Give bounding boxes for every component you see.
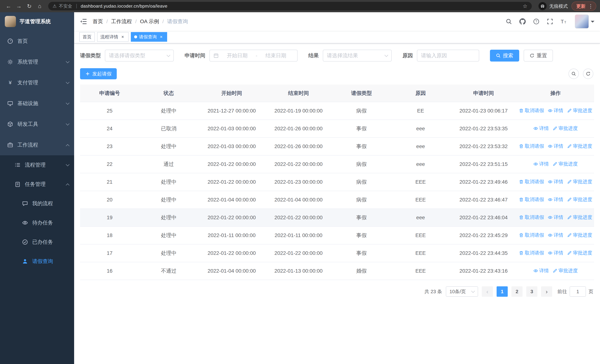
tab-process-detail[interactable]: 流程详情 × xyxy=(97,32,129,42)
edit-icon xyxy=(567,144,572,149)
reload-icon[interactable]: ↻ xyxy=(24,1,34,11)
eye-icon xyxy=(533,162,538,167)
breadcrumb-item-home[interactable]: 首页 xyxy=(93,18,103,25)
reason-input-box[interactable] xyxy=(417,50,479,62)
breadcrumb-item-workflow[interactable]: 工作流程 xyxy=(111,18,132,25)
url-bar[interactable]: ⚠ 不安全 dashboard.yudao.iocoder.cn/bpm/oa/… xyxy=(48,2,532,10)
cell-end-time: 2022-01-26 00:00:00 xyxy=(265,138,332,155)
browser-update-button[interactable]: 更新 ⋮ xyxy=(572,1,596,11)
create-leave-button[interactable]: 发起请假 xyxy=(80,68,117,79)
sidebar-item-dev-tools[interactable]: 研发工具 xyxy=(0,114,74,135)
trash-icon xyxy=(519,144,524,149)
detail-link[interactable]: 详情 xyxy=(533,125,549,131)
breadcrumb-item-oa-example[interactable]: OA 示例 xyxy=(140,18,159,25)
cell-end-time: 2022-01-13 00:00:00 xyxy=(265,262,332,280)
approval-progress-link[interactable]: 审批进度 xyxy=(567,143,592,149)
cancel-leave-link[interactable]: 取消请假 xyxy=(519,214,544,221)
back-icon[interactable]: ← xyxy=(4,1,13,11)
page-1-button[interactable]: 1 xyxy=(497,286,508,297)
hamburger-icon[interactable] xyxy=(80,18,87,25)
sidebar-item-home[interactable]: 首页 xyxy=(0,31,74,52)
close-tab-icon[interactable]: × xyxy=(120,34,125,39)
detail-link[interactable]: 详情 xyxy=(533,161,549,167)
detail-link[interactable]: 详情 xyxy=(548,178,563,185)
github-icon[interactable] xyxy=(518,18,527,26)
cell-status: 处理中 xyxy=(139,102,198,120)
cancel-leave-link[interactable]: 取消请假 xyxy=(519,232,544,238)
search-button[interactable]: 搜索 xyxy=(490,50,519,62)
approval-progress-link[interactable]: 审批进度 xyxy=(567,178,592,185)
cancel-leave-link[interactable]: 取消请假 xyxy=(519,107,544,114)
leave-type-select[interactable] xyxy=(105,50,174,62)
toggle-search-button[interactable] xyxy=(569,69,579,79)
result-select-input[interactable] xyxy=(327,53,383,59)
sidebar-item-todo-tasks[interactable]: 待办任务 xyxy=(0,213,74,233)
cell-actions: 取消请假详情审批进度 xyxy=(517,191,594,209)
sidebar-item-system-mgmt[interactable]: 系统管理 xyxy=(0,52,74,72)
approval-progress-link[interactable]: 审批进度 xyxy=(567,196,592,203)
detail-link[interactable]: 详情 xyxy=(548,107,563,114)
detail-link[interactable]: 详情 xyxy=(548,250,563,256)
browser-menu-icon[interactable]: ⋮ xyxy=(588,3,593,9)
sidebar-item-process-mgmt[interactable]: 流程管理 xyxy=(0,155,74,175)
reason-input[interactable] xyxy=(421,53,475,59)
app-logo[interactable]: 芋道管理系统 xyxy=(0,12,74,31)
approval-progress-link[interactable]: 审批进度 xyxy=(567,232,592,238)
goto-page-input[interactable] xyxy=(570,286,586,297)
apply-time-range-picker[interactable]: - xyxy=(209,50,298,62)
approval-progress-link[interactable]: 审批进度 xyxy=(553,161,578,167)
cancel-leave-link[interactable]: 取消请假 xyxy=(519,196,544,203)
leave-type-select-input[interactable] xyxy=(109,53,165,59)
cancel-leave-link[interactable]: 取消请假 xyxy=(519,143,544,149)
detail-link[interactable]: 详情 xyxy=(548,196,563,203)
main-area: 首页 / 工作流程 / OA 示例 / 请假查询 ? xyxy=(74,12,600,364)
result-select[interactable] xyxy=(323,50,392,62)
sidebar-item-task-mgmt[interactable]: 任务管理 xyxy=(0,175,74,194)
sidebar-item-done-tasks[interactable]: 已办任务 xyxy=(0,233,74,252)
cancel-leave-link[interactable]: 取消请假 xyxy=(519,250,544,256)
reason-label: 原因 xyxy=(403,52,413,59)
security-warning-icon[interactable]: ⚠ xyxy=(53,3,57,9)
detail-link[interactable]: 详情 xyxy=(533,267,549,274)
approval-progress-link[interactable]: 审批进度 xyxy=(567,107,592,114)
sidebar-item-my-process[interactable]: 我的流程 xyxy=(0,194,74,213)
approval-progress-link[interactable]: 审批进度 xyxy=(567,214,592,221)
avatar[interactable] xyxy=(575,14,589,28)
sidebar-item-infrastructure[interactable]: 基础设施 xyxy=(0,93,74,114)
sidebar-item-payment-mgmt[interactable]: ¥ 支付管理 xyxy=(0,72,74,93)
close-tab-icon[interactable]: × xyxy=(159,34,164,39)
forward-icon[interactable]: → xyxy=(14,1,24,11)
sidebar-item-leave-query[interactable]: 请假查询 xyxy=(0,252,74,271)
start-date-input[interactable] xyxy=(221,53,253,59)
detail-link[interactable]: 详情 xyxy=(548,143,563,149)
cell-status: 处理中 xyxy=(139,173,198,191)
home-icon[interactable]: ⌂ xyxy=(35,1,45,11)
user-menu[interactable] xyxy=(575,14,594,28)
cell-apply-id: 22 xyxy=(80,155,139,173)
page-2-button[interactable]: 2 xyxy=(511,286,523,297)
reset-button[interactable]: 重置 xyxy=(524,50,553,62)
font-size-icon[interactable]: TT xyxy=(560,18,568,26)
tab-home[interactable]: 首页 xyxy=(79,32,95,42)
tab-leave-query[interactable]: 请假查询 × xyxy=(131,32,167,42)
chevron-down-icon xyxy=(66,163,69,166)
plus-icon xyxy=(85,71,90,76)
fullscreen-icon[interactable] xyxy=(546,18,554,26)
search-icon[interactable] xyxy=(505,18,513,26)
sidebar-item-workflow[interactable]: 工作流程 xyxy=(0,135,74,155)
edit-icon xyxy=(567,197,572,202)
page-3-button[interactable]: 3 xyxy=(526,286,537,297)
next-page-button[interactable]: › xyxy=(541,286,552,297)
page-size-select[interactable]: 10条/页 xyxy=(446,286,478,297)
approval-progress-link[interactable]: 审批进度 xyxy=(553,125,578,131)
help-icon[interactable]: ? xyxy=(532,18,540,26)
detail-link[interactable]: 详情 xyxy=(548,232,563,238)
cancel-leave-link[interactable]: 取消请假 xyxy=(519,178,544,185)
approval-progress-link[interactable]: 审批进度 xyxy=(553,267,578,274)
bookmark-star-icon[interactable]: ☆ xyxy=(523,3,527,9)
end-date-input[interactable] xyxy=(260,53,292,59)
detail-link[interactable]: 详情 xyxy=(548,214,563,221)
approval-progress-link[interactable]: 审批进度 xyxy=(567,250,592,256)
refresh-table-button[interactable] xyxy=(583,69,593,79)
prev-page-button[interactable]: ‹ xyxy=(482,286,493,297)
